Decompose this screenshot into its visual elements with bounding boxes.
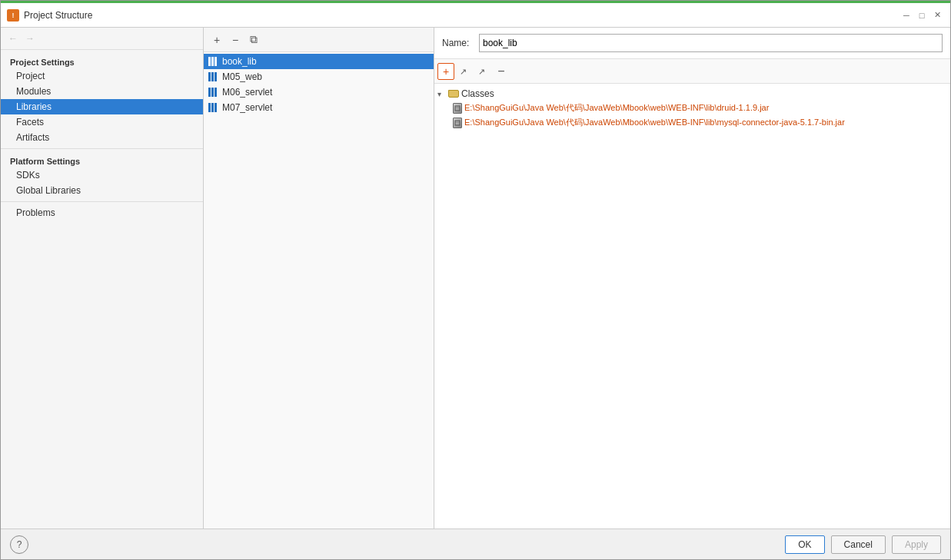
- app-icon: !: [7, 9, 19, 22]
- minimize-button[interactable]: ─: [899, 8, 913, 22]
- divider-2: [1, 201, 203, 202]
- bottom-bar: ? OK Cancel Apply: [1, 529, 950, 559]
- content-toolbar: + ↗ ↗ −: [434, 59, 950, 84]
- classes-label: Classes: [461, 88, 494, 99]
- project-settings-header: Project Settings: [1, 53, 203, 68]
- project-structure-window: ! Project Structure ─ □ ✕ ← → Project Se…: [0, 0, 951, 560]
- add-spec-icon: ↗: [459, 66, 470, 77]
- name-label: Name:: [442, 38, 473, 48]
- library-item-label: M06_servlet: [222, 87, 272, 98]
- forward-button[interactable]: →: [22, 31, 38, 46]
- platform-settings-header: Platform Settings: [1, 152, 203, 167]
- name-input[interactable]: [479, 34, 943, 52]
- add-spec-button[interactable]: ↗: [456, 63, 473, 80]
- remove-classes-button[interactable]: −: [493, 63, 510, 80]
- divider-1: [1, 148, 203, 149]
- back-button[interactable]: ←: [5, 31, 21, 46]
- jar-icon-druid: [453, 103, 462, 114]
- sidebar-item-project[interactable]: Project: [1, 68, 203, 84]
- title-controls: ─ □ ✕: [899, 8, 944, 22]
- library-item-book-lib[interactable]: book_lib: [204, 54, 434, 69]
- library-item-m06-servlet[interactable]: M06_servlet: [204, 84, 434, 100]
- sidebar-item-modules[interactable]: Modules: [1, 84, 203, 99]
- jar-label-druid: E:\ShangGuiGu\Java Web\代码\JavaWeb\Mbook\…: [464, 102, 769, 114]
- main-content: ← → Project Settings Project Modules Lib…: [1, 28, 950, 529]
- library-item-m07-servlet[interactable]: M07_servlet: [204, 100, 434, 115]
- library-icon-m06-servlet: [208, 88, 217, 97]
- sidebar-item-libraries[interactable]: Libraries: [1, 99, 203, 114]
- svg-rect-2: [455, 106, 460, 111]
- maximize-button[interactable]: □: [915, 8, 929, 22]
- sidebar-item-facets[interactable]: Facets: [1, 114, 203, 130]
- jar-entry-druid-content: E:\ShangGuiGu\Java Web\代码\JavaWeb\Mbook\…: [453, 102, 769, 114]
- library-icon-book-lib: [208, 57, 217, 66]
- copy-library-button[interactable]: ⧉: [245, 31, 262, 48]
- library-icon-m05-web: [208, 72, 217, 81]
- close-button[interactable]: ✕: [930, 8, 944, 22]
- sidebar-navigation: Project Settings Project Modules Librari…: [1, 50, 203, 529]
- sidebar-item-sdks[interactable]: SDKs: [1, 167, 203, 183]
- title-bar: ! Project Structure ─ □ ✕: [1, 3, 950, 28]
- add-another-icon: ↗: [477, 66, 488, 77]
- help-button[interactable]: ?: [10, 535, 28, 554]
- nav-arrows: ← →: [1, 28, 203, 50]
- remove-library-button[interactable]: −: [227, 31, 244, 48]
- add-classes-button[interactable]: +: [437, 63, 454, 80]
- library-icon-m07-servlet: [208, 103, 217, 112]
- jar-entry-druid[interactable]: E:\ShangGuiGu\Java Web\代码\JavaWeb\Mbook\…: [434, 101, 950, 115]
- detail-panel: Name: + ↗ ↗ −: [434, 28, 950, 529]
- jar-entry-mysql[interactable]: E:\ShangGuiGu\Java Web\代码\JavaWeb\Mbook\…: [434, 115, 950, 130]
- svg-text:↗: ↗: [460, 67, 467, 76]
- classes-node[interactable]: ▾ Classes: [434, 87, 950, 101]
- apply-button[interactable]: Apply: [892, 535, 941, 554]
- library-list: book_lib M05_web M06_s: [204, 52, 434, 529]
- library-item-label: M05_web: [222, 71, 262, 82]
- jar-label-mysql: E:\ShangGuiGu\Java Web\代码\JavaWeb\Mbook\…: [464, 117, 845, 128]
- jar-entry-mysql-content: E:\ShangGuiGu\Java Web\代码\JavaWeb\Mbook\…: [453, 117, 845, 128]
- add-another-button[interactable]: ↗: [474, 63, 491, 80]
- sidebar-item-problems[interactable]: Problems: [1, 205, 203, 220]
- library-list-panel: + − ⧉ book_lib: [204, 28, 434, 529]
- add-library-button[interactable]: +: [208, 31, 225, 48]
- library-item-label: book_lib: [222, 56, 257, 67]
- library-item-m05-web[interactable]: M05_web: [204, 69, 434, 84]
- sidebar-item-global-libraries[interactable]: Global Libraries: [1, 183, 203, 198]
- classes-arrow: ▾: [437, 90, 448, 98]
- folder-icon: [448, 90, 459, 98]
- tree-area: ▾ Classes E:\ShangGuiGu\Java Web\代码\Java…: [434, 84, 950, 529]
- library-item-label: M07_servlet: [222, 102, 272, 113]
- library-toolbar: + − ⧉: [204, 28, 434, 52]
- name-row: Name:: [434, 28, 950, 59]
- sidebar-item-artifacts[interactable]: Artifacts: [1, 130, 203, 145]
- jar-icon-mysql: [453, 118, 462, 128]
- svg-text:↗: ↗: [478, 67, 485, 76]
- classes-node-content: Classes: [448, 88, 494, 99]
- svg-rect-4: [455, 121, 460, 125]
- sidebar: ← → Project Settings Project Modules Lib…: [1, 28, 204, 529]
- title-bar-left: ! Project Structure: [7, 9, 92, 22]
- ok-button[interactable]: OK: [785, 535, 824, 554]
- cancel-button[interactable]: Cancel: [831, 535, 886, 554]
- window-title: Project Structure: [24, 10, 92, 21]
